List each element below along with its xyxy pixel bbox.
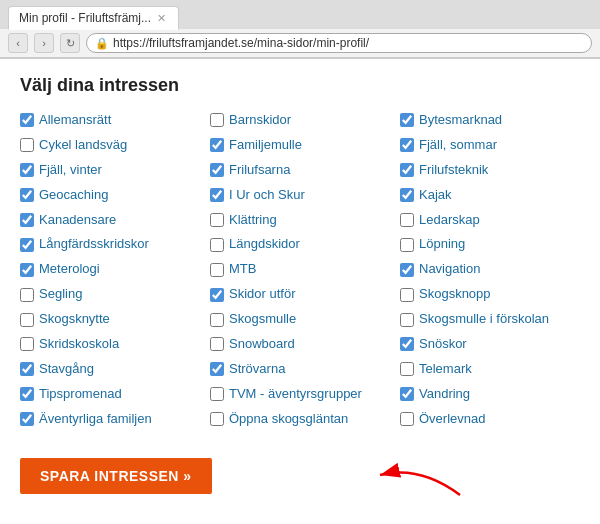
interest-checkbox[interactable] [210, 337, 224, 351]
interest-label[interactable]: Frilufsteknik [419, 162, 488, 179]
interest-checkbox[interactable] [210, 387, 224, 401]
interest-checkbox[interactable] [210, 362, 224, 376]
interest-checkbox[interactable] [20, 412, 34, 426]
interest-label[interactable]: Allemansrätt [39, 112, 111, 129]
interest-label[interactable]: TVM - äventyrsgrupper [229, 386, 362, 403]
back-button[interactable]: ‹ [8, 33, 28, 53]
interest-label[interactable]: Barnskidor [229, 112, 291, 129]
secure-icon: 🔒 [95, 37, 109, 50]
interest-label[interactable]: Skogsknopp [419, 286, 491, 303]
interest-label[interactable]: Överlevnad [419, 411, 485, 428]
list-item: Strövarna [210, 359, 390, 380]
interest-checkbox[interactable] [400, 213, 414, 227]
page-heading: Välj dina intressen [20, 75, 580, 96]
interest-checkbox[interactable] [210, 188, 224, 202]
reload-button[interactable]: ↻ [60, 33, 80, 53]
interest-checkbox[interactable] [20, 238, 34, 252]
list-item: Löpning [400, 234, 580, 255]
interest-checkbox[interactable] [400, 163, 414, 177]
interest-checkbox[interactable] [400, 238, 414, 252]
interest-label[interactable]: Ledarskap [419, 212, 480, 229]
list-item: Telemark [400, 359, 580, 380]
url-bar[interactable]: 🔒 https://friluftsframjandet.se/mina-sid… [86, 33, 592, 53]
interest-label[interactable]: Familjemulle [229, 137, 302, 154]
interest-label[interactable]: Cykel landsväg [39, 137, 127, 154]
page-content: Välj dina intressen AllemansrättBarnskid… [0, 59, 600, 510]
interest-checkbox[interactable] [20, 113, 34, 127]
interest-checkbox[interactable] [400, 188, 414, 202]
interest-checkbox[interactable] [400, 362, 414, 376]
interest-label[interactable]: I Ur och Skur [229, 187, 305, 204]
forward-button[interactable]: › [34, 33, 54, 53]
interest-label[interactable]: Långfärdsskridskor [39, 236, 149, 253]
interest-checkbox[interactable] [400, 138, 414, 152]
interest-label[interactable]: Meterologi [39, 261, 100, 278]
interest-checkbox[interactable] [20, 362, 34, 376]
interest-label[interactable]: Skogsknytte [39, 311, 110, 328]
interest-label[interactable]: Fjäll, vinter [39, 162, 102, 179]
interest-label[interactable]: Navigation [419, 261, 480, 278]
interest-label[interactable]: Skogsmulle i förskolan [419, 311, 549, 328]
list-item: Överlevnad [400, 409, 580, 430]
interest-label[interactable]: Telemark [419, 361, 472, 378]
interest-label[interactable]: Skridskoskola [39, 336, 119, 353]
interest-label[interactable]: Klättring [229, 212, 277, 229]
interest-checkbox[interactable] [20, 337, 34, 351]
interest-checkbox[interactable] [20, 263, 34, 277]
interest-label[interactable]: Snöskor [419, 336, 467, 353]
interest-checkbox[interactable] [400, 412, 414, 426]
interest-label[interactable]: Löpning [419, 236, 465, 253]
interest-label[interactable]: Snowboard [229, 336, 295, 353]
interest-label[interactable]: Skogsmulle [229, 311, 296, 328]
interest-checkbox[interactable] [210, 138, 224, 152]
interest-checkbox[interactable] [400, 263, 414, 277]
interest-label[interactable]: Bytesmarknad [419, 112, 502, 129]
interest-checkbox[interactable] [20, 288, 34, 302]
interest-checkbox[interactable] [400, 313, 414, 327]
interest-checkbox[interactable] [20, 188, 34, 202]
interest-label[interactable]: Kanadensare [39, 212, 116, 229]
interest-checkbox[interactable] [20, 213, 34, 227]
interest-label[interactable]: MTB [229, 261, 256, 278]
list-item: Tipspromenad [20, 384, 200, 405]
list-item: Långfärdsskridskor [20, 234, 200, 255]
list-item: I Ur och Skur [210, 185, 390, 206]
interest-label[interactable]: Geocaching [39, 187, 108, 204]
interest-checkbox[interactable] [400, 288, 414, 302]
interest-checkbox[interactable] [20, 313, 34, 327]
interest-label[interactable]: Äventyrliga familjen [39, 411, 152, 428]
interest-label[interactable]: Frilufsarna [229, 162, 290, 179]
list-item: Bytesmarknad [400, 110, 580, 131]
list-item: Cykel landsväg [20, 135, 200, 156]
interest-checkbox[interactable] [210, 412, 224, 426]
interest-checkbox[interactable] [210, 213, 224, 227]
interest-label[interactable]: Öppna skogsgläntan [229, 411, 348, 428]
tab-close-button[interactable]: ✕ [157, 12, 166, 25]
interest-checkbox[interactable] [400, 387, 414, 401]
active-tab[interactable]: Min profil - Friluftsfrämj... ✕ [8, 6, 179, 30]
interest-checkbox[interactable] [210, 263, 224, 277]
interest-label[interactable]: Tipspromenad [39, 386, 122, 403]
interest-checkbox[interactable] [210, 113, 224, 127]
interest-label[interactable]: Fjäll, sommar [419, 137, 497, 154]
interest-checkbox[interactable] [400, 113, 414, 127]
list-item: Skogsmulle [210, 309, 390, 330]
interest-checkbox[interactable] [20, 387, 34, 401]
interest-label[interactable]: Stavgång [39, 361, 94, 378]
interest-label[interactable]: Längdskidor [229, 236, 300, 253]
interest-label[interactable]: Segling [39, 286, 82, 303]
interest-checkbox[interactable] [210, 163, 224, 177]
interest-label[interactable]: Skidor utför [229, 286, 295, 303]
interest-label[interactable]: Vandring [419, 386, 470, 403]
interest-checkbox[interactable] [20, 163, 34, 177]
interest-checkbox[interactable] [210, 313, 224, 327]
interest-checkbox[interactable] [210, 288, 224, 302]
interest-checkbox[interactable] [210, 238, 224, 252]
interest-label[interactable]: Kajak [419, 187, 452, 204]
list-item: Skidor utför [210, 284, 390, 305]
list-item: Barnskidor [210, 110, 390, 131]
interest-label[interactable]: Strövarna [229, 361, 285, 378]
interest-checkbox[interactable] [400, 337, 414, 351]
interest-checkbox[interactable] [20, 138, 34, 152]
save-button[interactable]: SPARA INTRESSEN » [20, 458, 212, 494]
